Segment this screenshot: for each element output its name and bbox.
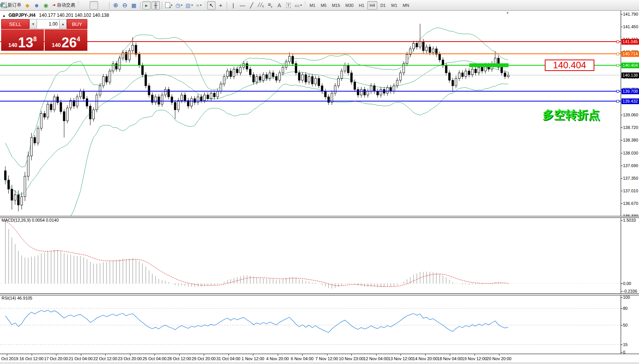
panel-splitter[interactable]	[0, 216, 639, 218]
toolbar-grip[interactable]	[304, 2, 306, 9]
text-label-button[interactable]: T	[284, 1, 293, 10]
time-axis-label: 21 Oct 04:00	[69, 356, 93, 361]
timeframe-m5[interactable]: M5	[319, 1, 329, 10]
timeframe-m15[interactable]: M15	[330, 1, 342, 10]
bull-candle	[507, 75, 509, 77]
timeframe-m1[interactable]: M1	[307, 1, 317, 10]
line-chart-button[interactable]	[99, 1, 107, 10]
autotrading-button[interactable]: ◓ ● 自动交易	[51, 1, 76, 10]
chart-shift-marker-icon[interactable]: ▼	[506, 11, 509, 15]
buy-price-tile[interactable]: 140 26 4	[45, 29, 87, 51]
templates-button[interactable]: ▧▾	[184, 1, 194, 10]
sell-button[interactable]: SELL	[1, 19, 29, 29]
bear-candle	[452, 80, 454, 86]
search-button[interactable]	[618, 1, 627, 10]
chat-icon	[0, 3, 6, 8]
navigator-button[interactable]: ☻	[32, 1, 41, 10]
zoom-out-icon: ⊖	[122, 2, 127, 8]
bull-candle	[455, 78, 457, 85]
time-axis-tick	[130, 354, 130, 356]
rsi-label: RSI(14) 46.9105	[2, 296, 32, 300]
toolbar-grip[interactable]	[204, 2, 206, 9]
horizontal-line-object[interactable]	[0, 101, 621, 101]
horizontal-line-object[interactable]	[0, 53, 621, 54]
new-chart-button[interactable]: +▾	[164, 1, 174, 10]
bull-candle	[129, 51, 130, 60]
bear-candle	[83, 91, 85, 98]
volume-decrease-button[interactable]: ▼	[29, 19, 37, 29]
sell-price-tile[interactable]: 140 13 8	[1, 29, 44, 51]
cursor-button[interactable]: ↖	[207, 1, 216, 10]
auto-scroll-button[interactable]: ▸	[142, 1, 151, 10]
fibonacci-button[interactable]: ≡F	[266, 1, 274, 10]
bear-candle	[86, 99, 88, 106]
signals-button[interactable]: ◉	[42, 1, 50, 10]
volume-input[interactable]	[37, 19, 59, 29]
trendline-button[interactable]: ╱	[247, 1, 256, 10]
bear-candle	[236, 69, 238, 73]
timeframe-h1[interactable]: H1	[357, 1, 367, 10]
crosshair-button[interactable]: +	[216, 1, 225, 10]
volume-increase-button[interactable]: ▲	[59, 19, 67, 29]
shapes-button[interactable]: ▭▾	[293, 1, 303, 10]
line-handle[interactable]	[616, 90, 619, 93]
bear-candle	[145, 75, 147, 86]
horizontal-line-object[interactable]	[0, 91, 621, 92]
bear-candle	[416, 43, 418, 47]
time-axis-tick	[204, 354, 204, 356]
time-axis-label: 17 Oct 20:00	[44, 356, 68, 361]
new-chart-icon: +	[165, 2, 170, 8]
chat-button[interactable]	[628, 1, 636, 10]
channel-button[interactable]: ╱╱E	[256, 1, 265, 10]
time-axis-tick	[155, 354, 155, 356]
horizontal-line-button[interactable]: —	[238, 1, 246, 10]
indicators-icon: ≈	[196, 3, 200, 8]
equidistant-channel-icon: ╱╱E	[258, 3, 264, 8]
text-button[interactable]: A	[275, 1, 283, 10]
macd-label: MACD(12,26,9) 0.0054 0.0140	[2, 218, 59, 222]
time-axis-label: 15 Oct 2019	[0, 356, 18, 361]
line-handle[interactable]	[616, 100, 619, 103]
price-callout[interactable]: 140.404	[545, 60, 594, 71]
chart-shift-button[interactable]: ╫	[151, 1, 160, 10]
time-axis-label: 25 Oct 04:00	[143, 356, 167, 361]
bear-candle	[63, 112, 65, 121]
zoom-in-button[interactable]: ⊕	[111, 1, 120, 10]
bar-chart-button[interactable]	[80, 1, 89, 10]
chinese-annotation[interactable]: 多空转折点	[542, 107, 600, 123]
trendline-icon: ╱	[250, 3, 253, 8]
horizontal-line-object[interactable]	[0, 65, 621, 66]
cursor-icon: ↖	[209, 3, 214, 8]
tile-windows-button[interactable]: ▦	[130, 1, 138, 10]
panel-splitter[interactable]	[0, 293, 639, 295]
timeframe-mn[interactable]: MN	[400, 1, 411, 10]
time-axis-label: 12 Nov 04:00	[364, 356, 388, 361]
macd-scale-zero: 0.00	[623, 281, 639, 286]
line-handle[interactable]	[616, 40, 619, 43]
periods-button[interactable]: ◷▾	[174, 1, 183, 10]
vertical-line-button[interactable]: |	[229, 1, 237, 10]
one-click-panel-toggle[interactable]: ▲	[2, 14, 6, 18]
horizontal-line-object[interactable]	[0, 41, 621, 42]
time-axis-tick	[56, 354, 56, 356]
line-handle[interactable]	[616, 64, 619, 67]
sell-price-big: 13	[18, 36, 33, 49]
line-handle[interactable]	[616, 53, 619, 55]
timeframe-d1[interactable]: D1	[378, 1, 388, 10]
candlestick-chart-button[interactable]	[90, 1, 98, 10]
current-price-label: 140.138	[621, 72, 639, 78]
buy-button[interactable]: BUY	[67, 19, 87, 29]
timeframe-w1[interactable]: W1	[389, 1, 400, 10]
indicators-button[interactable]: ≈▾	[195, 1, 203, 10]
bull-candle	[96, 95, 98, 110]
timeframe-m30[interactable]: M30	[343, 1, 356, 10]
zoom-out-button[interactable]: ⊖	[121, 1, 129, 10]
market-watch-button[interactable]: ◆	[23, 1, 32, 10]
bear-candle	[106, 77, 108, 82]
green-highlight-box[interactable]	[469, 63, 509, 67]
toolbar-grip[interactable]	[77, 2, 79, 9]
price-line-label: 141.045	[621, 39, 639, 45]
time-axis[interactable]: 15 Oct 201916 Oct 12:0017 Oct 20:0021 Oc…	[0, 354, 639, 363]
buy-price-pip: 4	[77, 32, 80, 47]
timeframe-h4[interactable]: H4	[367, 1, 377, 10]
